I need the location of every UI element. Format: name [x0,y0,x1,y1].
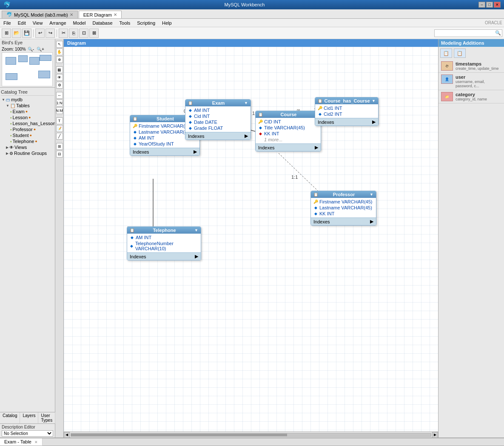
scroll-right-button[interactable]: ▶ [432,432,438,438]
table-card-course[interactable]: 📋 Course ▼ 🔑 CID INT ◆ Title VARCHAR(45)… [255,111,321,152]
new-button[interactable]: ⊞ [2,29,11,38]
table-card-exam[interactable]: 📋 Exam ▼ ◆ AM INT ◆ Cid INT ◆ Date [185,99,251,140]
open-button[interactable]: 📂 [12,29,21,38]
tab-catalog[interactable]: Catalog [0,412,20,423]
scroll-thumb[interactable] [71,434,287,436]
search-input[interactable] [435,31,494,36]
tree-root[interactable]: ▼ 🗃 mydb [1,97,54,103]
table-icon-professor: 📋 [313,192,318,197]
card-expand-icon[interactable]: ▼ [194,228,198,232]
tab-layers[interactable]: Layers [20,412,38,423]
tab-eer-diagram[interactable]: EER Diagram ✕ [79,11,122,18]
exec-button[interactable]: ⊡ [79,29,88,38]
close-icon[interactable]: ✕ [70,12,73,17]
menu-view[interactable]: View [29,20,46,26]
nn-tool[interactable]: N:M [56,107,63,114]
desc-select[interactable]: No Selection [2,430,53,437]
maximize-button[interactable]: □ [486,2,493,8]
card-indexes-course[interactable]: Indexes ▶ [256,143,321,151]
routine-tool[interactable]: ⚙ [56,82,63,89]
indexes-expand[interactable]: ▶ [194,149,197,154]
zoom-tool[interactable]: ⊕ [56,56,63,63]
close-icon[interactable]: ✕ [34,440,38,444]
copy-button[interactable]: ⎘ [69,29,78,38]
menu-tools[interactable]: Tools [116,20,134,26]
card-title-course: Course [281,112,297,117]
table-card-professor[interactable]: 📋 Professor ▼ 🔑 Firstname VARCHAR(45) ◆ … [310,191,376,226]
table-tool[interactable]: ▦ [56,66,63,73]
minimize-button[interactable]: – [478,2,485,8]
card-expand-icon[interactable]: ▼ [370,192,373,197]
zoom-in-button[interactable]: 🔍+ [36,47,45,51]
exec2-button[interactable]: ⊠ [89,29,99,38]
tree-table-professor[interactable]: ▪ Professor ● [1,126,54,132]
menu-arrange[interactable]: Arrange [46,20,69,26]
zoom-out-button[interactable]: 🔍- [27,47,35,51]
tree-views[interactable]: ▶ 👁 Views [1,144,54,150]
modeling-btn2[interactable]: 📋 [454,49,466,58]
scroll-track[interactable] [71,433,431,437]
card-indexes-professor[interactable]: Indexes ▶ [311,217,376,225]
expand-icon: ▼ [2,98,5,102]
indexes-expand[interactable]: ▶ [245,133,248,139]
tab-user-types[interactable]: User Types [38,412,55,423]
close-icon[interactable]: ✕ [114,12,117,17]
card-indexes-telephone[interactable]: Indexes ▶ [127,252,201,260]
table-card-telephone[interactable]: 📋 Telephone ▼ ◆ AM INT ◆ TelephoneNumber… [127,226,201,260]
search-box[interactable]: 🔍 [434,29,502,37]
scroll-left-button[interactable]: ◀ [64,432,70,438]
indexes-expand[interactable]: ▶ [370,219,373,224]
field-yearofstudy: ◆ YearOfStudy INT [130,141,199,147]
btab-exam-table[interactable]: Exam - Table ✕ [0,438,43,446]
database-icon: 🗃 [6,97,10,102]
note-tool[interactable]: 📝 [56,125,63,132]
tree-tables[interactable]: ▼ 📋 Tables [1,103,54,109]
indexes-expand[interactable]: ▶ [195,254,198,259]
tree-table-student[interactable]: ▪ Student ● [1,132,54,138]
select-tool[interactable]: ↖ [56,41,63,48]
n1-tool[interactable]: 1:N [56,100,63,106]
line-tool[interactable]: ╱ [56,133,63,140]
close-button[interactable]: ✕ [494,2,501,8]
tree-table-exam[interactable]: ▪ Exam ● [1,109,54,114]
diagram-canvas[interactable]: 0,0 1 ∞ 1 1:1 1:1 1 0,0 1 ∞ 1 [64,47,438,432]
view-tool[interactable]: 👁 [56,74,63,81]
menu-help[interactable]: Help [159,20,175,26]
horizontal-scrollbar[interactable]: ◀ ▶ [64,432,438,437]
indexes-expand[interactable]: ▶ [372,119,376,125]
cut-button[interactable]: ✂ [59,29,68,38]
model-item-category[interactable]: 📁 category category_id, name [439,90,504,103]
card-indexes-student[interactable]: Indexes ▶ [130,148,199,155]
tree-table-telephone[interactable]: ▪ Telephone ● [1,138,54,144]
search-icon[interactable]: 🔍 [494,30,502,36]
undo-button[interactable]: ↩ [35,29,45,38]
card-indexes[interactable]: Indexes ▶ [315,118,378,126]
tab-mysql-model[interactable]: 🐬 MySQL Model (lab3.mwb) ✕ [2,11,78,18]
menu-scripting[interactable]: Scripting [134,20,159,26]
tree-table-lesson-has-lesson[interactable]: ▪ Lesson_has_Lesson ● [1,120,54,126]
card-expand-icon[interactable]: ▼ [244,101,248,105]
menu-database[interactable]: Database [89,20,116,26]
model-item-user[interactable]: 👤 user username, email, password, c... [439,73,504,90]
card-indexes-exam[interactable]: Indexes ▶ [185,132,251,140]
modeling-btn1[interactable]: 📋 [440,49,452,58]
menu-file[interactable]: File [0,20,14,26]
model-item-timestamps[interactable]: ⏱ timestamps create_time, update_time [439,60,504,73]
hand-tool[interactable]: ✋ [56,49,63,55]
tree-routine-groups[interactable]: ▶ ⚙ Routine Groups [1,150,54,156]
redo-button[interactable]: ↪ [46,29,55,38]
tree-table-lesson[interactable]: ▪ Lesson ● [1,114,54,120]
text-tool[interactable]: T [56,117,63,124]
relation-tool[interactable]: ↔ [56,92,63,99]
be-table-course [29,57,40,65]
menu-model[interactable]: Model [70,20,89,26]
ruler-tool2[interactable]: ⊟ [56,151,63,157]
table-card-course-has-course[interactable]: 📋 Course_has_Course ▼ 🔑 Cid1 INT ◆ Cid2 … [315,97,379,126]
expand-icon: ▶ [6,152,9,155]
ruler-tool1[interactable]: ⊞ [56,143,63,150]
titlebar-controls[interactable]: – □ ✕ [478,2,501,8]
indexes-expand[interactable]: ▶ [315,145,318,150]
card-expand-icon[interactable]: ▼ [372,99,376,103]
menu-edit[interactable]: Edit [14,20,29,26]
save-button[interactable]: 💾 [22,29,31,38]
